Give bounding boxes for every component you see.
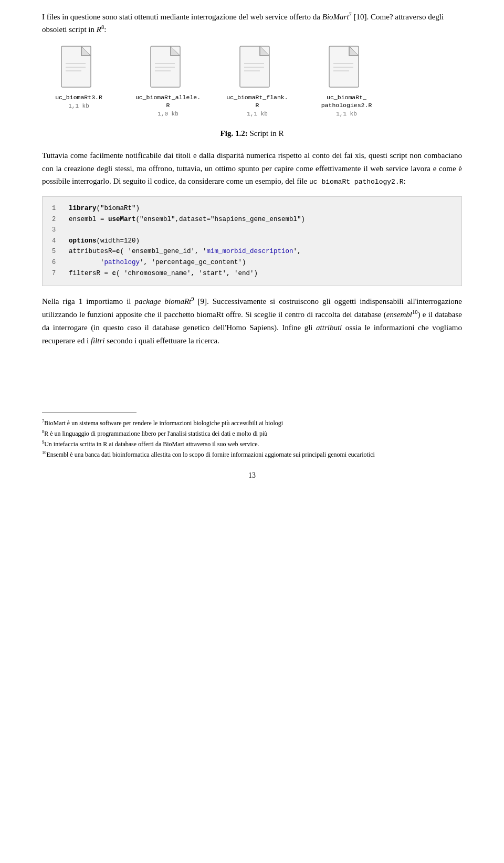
files-section: uc_biomaRt3.R 1,1 kb uc_biomaRt_allele.R… <box>42 45 462 118</box>
code-content-5: attributesR=c( 'ensembl_gene_id', 'mim_m… <box>69 246 301 257</box>
line-num-5: 5 <box>52 247 62 257</box>
code-line-1: 1 library("biomaRt") <box>52 203 452 214</box>
filename-inline: uc biomaRt pathology2.R <box>309 178 403 186</box>
file-size-3: 1,1 kb <box>247 110 268 119</box>
biomart-ref: BioMart <box>322 13 349 21</box>
code-content-2: ensembl = useMart("ensembl",dataset="hsa… <box>69 214 305 225</box>
line-num-2: 2 <box>52 215 62 225</box>
file-icon-4 <box>328 45 365 90</box>
code-line-2: 2 ensembl = useMart("ensembl",dataset="h… <box>52 214 452 225</box>
code-line-3: 3 <box>52 225 452 236</box>
file-item-3: uc_biomaRt_flank.R 1,1 kb <box>220 45 294 118</box>
code-content-7: filtersR = c( 'chromosome_name', 'start'… <box>69 268 258 279</box>
file-name-2: uc_biomaRt_allele.R <box>135 94 201 110</box>
code-block: 1 library("biomaRt") 2 ensembl = useMart… <box>42 196 462 286</box>
footnote-8: 8R è un linguaggio di programmazione lib… <box>42 429 462 438</box>
code-content-6: 'pathology', 'percentage_gc_content') <box>69 257 246 268</box>
page-number-value: 13 <box>248 471 256 479</box>
fn8-text: R è un linguaggio di programmazione libe… <box>44 430 267 437</box>
fn10-text: Ensembl è una banca dati bioinformatica … <box>46 451 374 458</box>
file-size-1: 1,1 kb <box>68 102 89 111</box>
file-icon-3 <box>239 45 276 90</box>
file-size-4: 1,1 kb <box>336 110 357 119</box>
fig-label: Fig. 1.2: <box>220 129 248 138</box>
file-icon-1 <box>60 45 97 90</box>
intro-paragraph: I files in questione sono stati ottenuti… <box>42 10 462 36</box>
footnotes-divider <box>42 413 136 413</box>
file-item-2: uc_biomaRt_allele.R 1,0 kb <box>131 45 205 118</box>
fig-caption-text: Script in R <box>248 129 284 138</box>
para2-text1: Nella riga 1 importiamo il <box>42 297 135 306</box>
file-item-1: uc_biomaRt3.R 1,1 kb <box>42 45 116 110</box>
page-number: 13 <box>42 470 462 481</box>
para2-attr: attributi <box>316 323 342 332</box>
line-num-3: 3 <box>52 225 62 236</box>
code-line-4: 4 options(width=120) <box>52 236 452 247</box>
code-line-7: 7 filtersR = c( 'chromosome_name', 'star… <box>52 268 452 279</box>
code-content-1: library("biomaRt") <box>69 203 140 214</box>
footnote-7: 7BioMart è un sistema software per rende… <box>42 418 462 428</box>
code-line-6: 6 'pathology', 'percentage_gc_content') <box>52 257 452 268</box>
body-paragraph-1: Tuttavia come facilmente notificabile da… <box>42 149 462 188</box>
file-name-1: uc_biomaRt3.R <box>55 94 102 102</box>
intro-text-3: : <box>104 25 106 34</box>
footnotes: 7BioMart è un sistema software per rende… <box>42 418 462 459</box>
footnote-10: 10Ensembl è una banca dati bioinformatic… <box>42 450 462 459</box>
line-num-6: 6 <box>52 258 62 268</box>
para2-ensembl-sup: 10 <box>412 309 418 315</box>
para2-ensembl: ensembl <box>386 310 412 319</box>
file-name-4: uc_biomaRt_pathologies2.R <box>321 94 372 110</box>
para2-filtri: filtri <box>91 336 105 345</box>
intro-text-1: I files in questione sono stati ottenuti… <box>42 13 322 21</box>
r-ref: R <box>97 25 101 34</box>
para2-pkg: package biomaRt <box>135 297 192 306</box>
code-content-4: options(width=120) <box>69 236 140 247</box>
para1-end: : <box>403 177 405 185</box>
line-num-1: 1 <box>52 204 62 214</box>
line-num-4: 4 <box>52 236 62 247</box>
body-paragraph-2: Nella riga 1 importiamo il package bioma… <box>42 294 462 348</box>
fig-caption: Fig. 1.2: Script in R <box>42 128 462 140</box>
code-line-5: 5 attributesR=c( 'ensembl_gene_id', 'mim… <box>52 246 452 257</box>
fn9-text: Un intefaccia scritta in R ai database o… <box>44 440 259 448</box>
file-name-3: uc_biomaRt_flank.R <box>226 94 288 110</box>
fn7-text: BioMart è un sistema software per render… <box>44 419 283 427</box>
para2-text5: secondo i quali effettuare la ricerca. <box>105 336 219 345</box>
file-size-2: 1,0 kb <box>158 110 178 119</box>
file-item-4: uc_biomaRt_pathologies2.R 1,1 kb <box>310 45 383 118</box>
footnote-9: 9Un intefaccia scritta in R ai database … <box>42 439 462 449</box>
file-icon-2 <box>150 45 186 90</box>
spacer <box>42 355 462 397</box>
line-num-7: 7 <box>52 269 62 279</box>
